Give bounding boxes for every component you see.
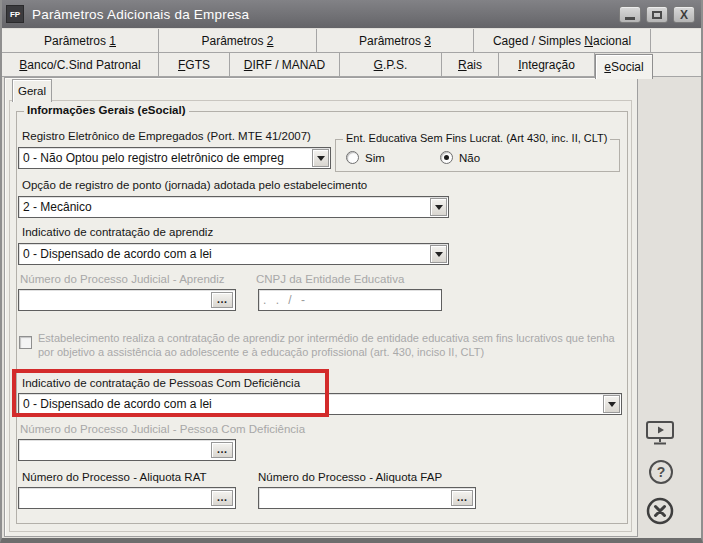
- chevron-down-icon[interactable]: [603, 395, 620, 413]
- estabelecimento-checkbox-label: Estabelecimento realiza a contratação de…: [38, 331, 615, 359]
- window-title: Parâmetros Adicionais da Empresa: [32, 7, 249, 22]
- video-help-button[interactable]: [645, 420, 675, 450]
- svg-text:?: ?: [657, 464, 666, 480]
- tab-dirf-manad[interactable]: DIRF / MANAD: [230, 53, 340, 77]
- ent-educativa-title: Ent. Educativa Sem Fins Lucrat. (Art 430…: [343, 132, 610, 144]
- chevron-down-icon[interactable]: [430, 245, 447, 263]
- processo-rat-input[interactable]: …: [18, 487, 236, 509]
- monitor-play-icon: [645, 420, 675, 446]
- processo-rat-label: Número do Processo - Aliquota RAT: [22, 471, 207, 483]
- processo-pcd-label: Número do Processo Judicial - Pessoa Com…: [20, 423, 305, 435]
- pcd-select[interactable]: 0 - Dispensado de acordo com a lei: [18, 393, 622, 415]
- lookup-ellipsis-button[interactable]: …: [211, 490, 233, 506]
- help-button[interactable]: ?: [648, 459, 674, 489]
- tab-gps[interactable]: G.P.S.: [340, 53, 442, 77]
- maximize-button[interactable]: [646, 6, 668, 23]
- cnpj-entidade-input[interactable]: . . / -: [258, 289, 442, 311]
- lookup-ellipsis-button[interactable]: …: [211, 292, 233, 308]
- processo-fap-input[interactable]: …: [258, 487, 476, 509]
- registro-eletronico-select[interactable]: 0 - Não Optou pelo registro eletrônico d…: [18, 147, 331, 169]
- aprendiz-label: Indicativo de contratação de aprendiz: [22, 226, 213, 238]
- aprendiz-select[interactable]: 0 - Dispensado de acordo com a lei: [18, 243, 449, 265]
- processo-aprendiz-label: Número do Processo Judicial - Aprendiz: [20, 273, 225, 285]
- groupbox-title: Informações Gerais (eSocial): [24, 104, 189, 116]
- app-icon: FP: [6, 5, 24, 23]
- registro-ponto-select[interactable]: 2 - Mecânico: [18, 196, 449, 218]
- radio-sim-circle[interactable]: [346, 151, 359, 164]
- tab-banco-csind-patronal[interactable]: Banco/C.Sind Patronal: [2, 53, 159, 77]
- ent-educativa-groupbox: Ent. Educativa Sem Fins Lucrat. (Art 430…: [335, 139, 620, 172]
- tab-caged-simples-nacional[interactable]: Caged / Simples Nacional: [474, 29, 651, 53]
- tab-integracao[interactable]: Integração: [499, 53, 595, 77]
- close-icon: X: [680, 9, 688, 21]
- tab-parametros-3[interactable]: Parâmetros 3: [317, 29, 474, 53]
- processo-aprendiz-input[interactable]: …: [18, 289, 236, 311]
- dialog-window: FP Parâmetros Adicionais da Empresa X Pa…: [0, 0, 703, 543]
- tab-fgts[interactable]: FGTS: [159, 53, 230, 77]
- tab-parametros-1[interactable]: Parâmetros 1: [2, 29, 159, 53]
- chevron-down-icon[interactable]: [430, 198, 447, 216]
- processo-pcd-input[interactable]: …: [18, 439, 236, 461]
- tab-parametros-2[interactable]: Parâmetros 2: [159, 29, 317, 53]
- tab-geral[interactable]: Geral: [12, 79, 52, 102]
- minimize-icon: [625, 17, 635, 20]
- maximize-icon: [652, 11, 662, 19]
- informacoes-gerais-groupbox: Informações Gerais (eSocial): [16, 111, 628, 524]
- radio-sim[interactable]: Sim: [346, 151, 385, 164]
- radio-nao[interactable]: Não: [440, 151, 480, 164]
- circle-x-icon: [646, 497, 674, 525]
- tab-row2-filler: [653, 53, 703, 77]
- cancel-button[interactable]: [646, 497, 674, 529]
- close-button[interactable]: X: [673, 6, 695, 23]
- lookup-ellipsis-button[interactable]: …: [211, 442, 233, 458]
- tab-rais[interactable]: Rais: [442, 53, 499, 77]
- processo-fap-label: Número do Processo - Aliquota FAP: [258, 471, 442, 483]
- question-mark-icon: ?: [648, 459, 674, 485]
- registro-eletronico-label: Registro Eletrônico de Empregados (Port.…: [22, 130, 311, 142]
- tab-esocial[interactable]: eSocial: [595, 54, 653, 79]
- cnpj-entidade-label: CNPJ da Entidade Educativa: [256, 273, 404, 285]
- radio-nao-circle[interactable]: [440, 151, 453, 164]
- titlebar[interactable]: FP Parâmetros Adicionais da Empresa X: [0, 0, 703, 28]
- lookup-ellipsis-button[interactable]: …: [451, 490, 473, 506]
- pcd-label: Indicativo de contratação de Pessoas Com…: [22, 377, 300, 389]
- minimize-button[interactable]: [619, 6, 641, 23]
- estabelecimento-checkbox[interactable]: [19, 336, 32, 349]
- registro-ponto-label: Opção de registro de ponto (jornada) ado…: [22, 179, 367, 191]
- chevron-down-icon[interactable]: [312, 149, 329, 167]
- tab-row1-filler: [651, 29, 703, 53]
